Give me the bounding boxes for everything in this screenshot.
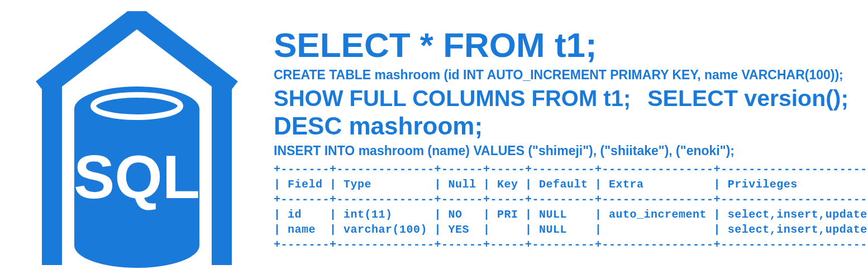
svg-point-4	[74, 223, 199, 268]
sql-logo: SQL	[17, 11, 257, 268]
query-show-columns: SHOW FULL COLUMNS FROM t1;	[274, 86, 631, 110]
table-header-row: | Field | Type | Null | Key | Default | …	[274, 178, 868, 191]
table-row: | name | varchar(100) | YES | | NULL | |…	[274, 223, 868, 236]
logo-text: SQL	[74, 142, 200, 211]
result-table: +-------+--------------+------+-----+---…	[274, 162, 868, 252]
sql-house-database-icon: SQL	[20, 11, 254, 268]
query-insert: INSERT INTO mashroom (name) VALUES ("shi…	[274, 143, 868, 159]
table-border-mid: +-------+--------------+------+-----+---…	[274, 193, 868, 206]
query-desc: DESC mashroom;	[274, 113, 868, 140]
query-select-version: SELECT version();	[647, 86, 848, 111]
query-select-all: SELECT * FROM t1;	[274, 27, 868, 63]
table-border-top: +-------+--------------+------+-----+---…	[274, 163, 868, 176]
query-create-table: CREATE TABLE mashroom (id INT AUTO_INCRE…	[274, 68, 868, 83]
table-row: | id | int(11) | NO | PRI | NULL | auto_…	[274, 208, 868, 221]
sql-examples: SELECT * FROM t1; CREATE TABLE mashroom …	[257, 27, 868, 253]
table-border-bottom: +-------+--------------+------+-----+---…	[274, 238, 868, 251]
